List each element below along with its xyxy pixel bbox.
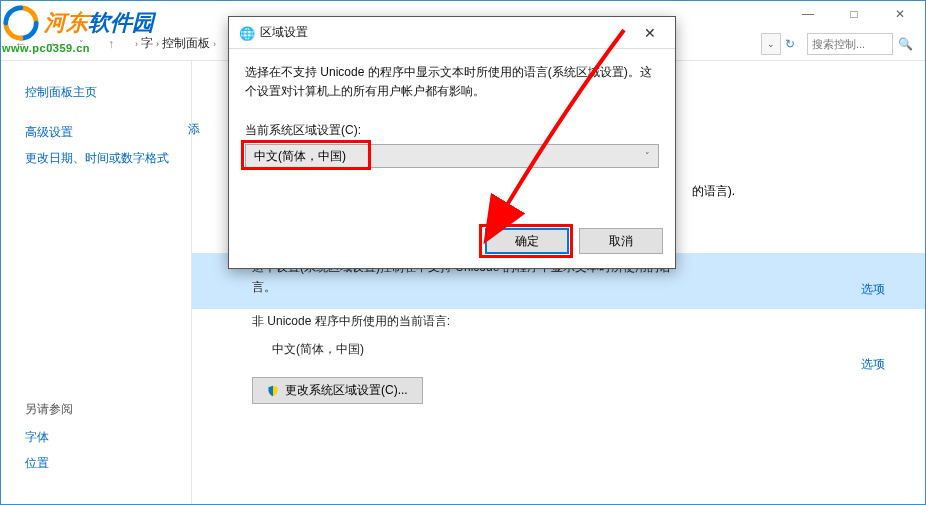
sidebar-font[interactable]: 字体 (25, 424, 179, 450)
ok-button[interactable]: 确定 (485, 228, 569, 254)
refresh-icon[interactable]: ↻ (785, 37, 795, 51)
breadcrumb-dropdown[interactable]: ⌄ (761, 33, 781, 55)
breadcrumb-item[interactable]: 字 (141, 35, 153, 52)
sidebar-change-date[interactable]: 更改日期、时间或数字格式 (25, 145, 179, 171)
chevron-right-icon: › (213, 39, 216, 49)
minimize-button[interactable]: — (785, 2, 831, 26)
search-input[interactable] (807, 33, 893, 55)
region-settings-dialog: 🌐 区域设置 ✕ 选择在不支持 Unicode 的程序中显示文本时所使用的语言(… (228, 16, 676, 269)
dialog-titlebar: 🌐 区域设置 ✕ (229, 17, 675, 49)
chevron-down-icon: ˅ (645, 151, 650, 161)
chevron-right-icon: › (156, 39, 159, 49)
breadcrumb[interactable]: › 字 › 控制面板 › (135, 35, 216, 52)
sidebar: 控制面板主页 高级设置 更改日期、时间或数字格式 另请参阅 字体 位置 (1, 61, 191, 504)
locale-selected-value: 中文(简体，中国) (254, 148, 346, 165)
sidebar-location[interactable]: 位置 (25, 450, 179, 476)
globe-icon: 🌐 (239, 26, 253, 40)
change-locale-label: 更改系统区域设置(C)... (285, 382, 408, 399)
dialog-description: 选择在不支持 Unicode 的程序中显示文本时所使用的语言(系统区域设置)。这… (245, 63, 659, 101)
close-button[interactable]: ✕ (877, 2, 923, 26)
content-heading: 非 Unicode 程序中所使用的当前语言: (252, 311, 907, 331)
recent-icon[interactable]: ˅ (67, 32, 95, 56)
current-language-value: 中文(简体，中国) (252, 339, 907, 359)
up-icon[interactable]: ↑ (97, 32, 125, 56)
forward-icon[interactable]: → (37, 32, 65, 56)
locale-select[interactable]: 中文(简体，中国) ˅ (245, 144, 659, 168)
cancel-button[interactable]: 取消 (579, 228, 663, 254)
dialog-close-button[interactable]: ✕ (635, 25, 665, 41)
back-icon[interactable]: ← (7, 32, 35, 56)
sidebar-advanced[interactable]: 高级设置 (25, 119, 179, 145)
partial-text: 添 (188, 121, 200, 138)
sidebar-home[interactable]: 控制面板主页 (25, 79, 179, 105)
dialog-title: 区域设置 (260, 24, 635, 41)
option-link[interactable]: 选项 (861, 356, 885, 373)
option-link[interactable]: 选项 (861, 281, 885, 298)
sidebar-footer-label: 另请参阅 (25, 401, 179, 418)
search-icon[interactable]: 🔍 (898, 37, 913, 51)
change-locale-button[interactable]: 更改系统区域设置(C)... (252, 377, 423, 404)
chevron-right-icon: › (135, 39, 138, 49)
shield-icon (267, 385, 279, 397)
maximize-button[interactable]: □ (831, 2, 877, 26)
locale-label: 当前系统区域设置(C): (245, 121, 659, 140)
breadcrumb-item[interactable]: 控制面板 (162, 35, 210, 52)
